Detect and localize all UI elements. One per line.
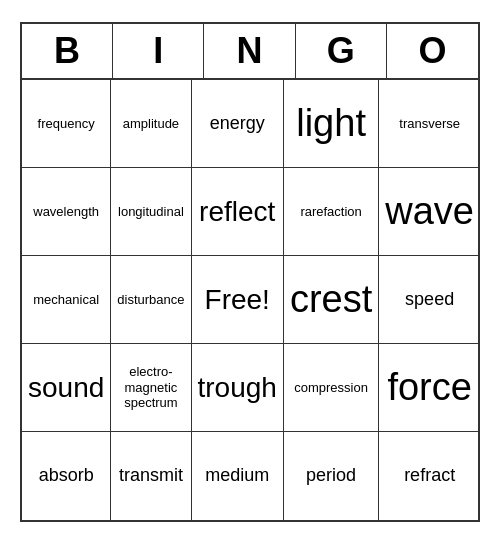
- bingo-cell: amplitude: [111, 80, 191, 168]
- bingo-header: BINGO: [22, 24, 478, 80]
- bingo-cell: transmit: [111, 432, 191, 520]
- header-letter: N: [204, 24, 295, 78]
- bingo-cell: disturbance: [111, 256, 191, 344]
- bingo-cell: Free!: [192, 256, 284, 344]
- header-letter: G: [296, 24, 387, 78]
- bingo-cell: force: [379, 344, 480, 432]
- bingo-cell: energy: [192, 80, 284, 168]
- bingo-cell: transverse: [379, 80, 480, 168]
- bingo-cell: mechanical: [22, 256, 111, 344]
- bingo-cell: rarefaction: [284, 168, 379, 256]
- bingo-card: BINGO frequencyamplitudeenergylighttrans…: [20, 22, 480, 522]
- bingo-cell: crest: [284, 256, 379, 344]
- bingo-cell: refract: [379, 432, 480, 520]
- bingo-cell: speed: [379, 256, 480, 344]
- bingo-cell: longitudinal: [111, 168, 191, 256]
- bingo-cell: reflect: [192, 168, 284, 256]
- header-letter: B: [22, 24, 113, 78]
- bingo-cell: frequency: [22, 80, 111, 168]
- bingo-cell: wavelength: [22, 168, 111, 256]
- bingo-cell: compression: [284, 344, 379, 432]
- bingo-cell: light: [284, 80, 379, 168]
- bingo-cell: trough: [192, 344, 284, 432]
- header-letter: I: [113, 24, 204, 78]
- bingo-grid: frequencyamplitudeenergylighttransversew…: [22, 80, 478, 520]
- bingo-cell: period: [284, 432, 379, 520]
- header-letter: O: [387, 24, 478, 78]
- bingo-cell: electro-magnetic spectrum: [111, 344, 191, 432]
- bingo-cell: medium: [192, 432, 284, 520]
- bingo-cell: wave: [379, 168, 480, 256]
- bingo-cell: absorb: [22, 432, 111, 520]
- bingo-cell: sound: [22, 344, 111, 432]
